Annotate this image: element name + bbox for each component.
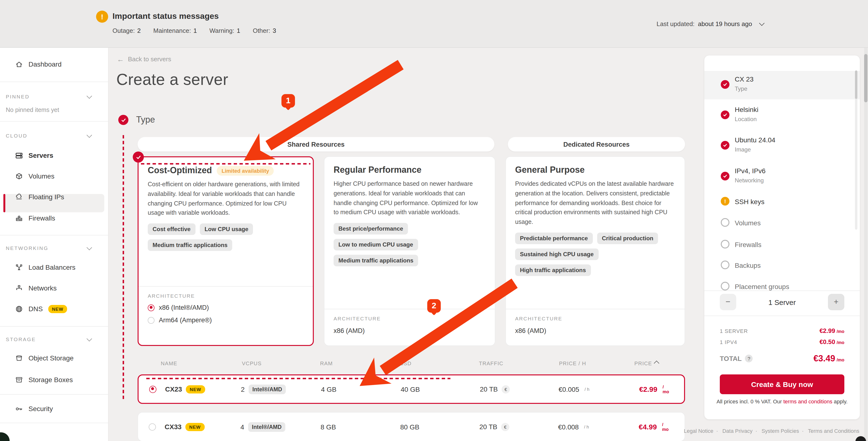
increase-server-count-button[interactable]: +: [828, 294, 844, 310]
sidebar-item-firewalls[interactable]: Firewalls: [0, 210, 108, 226]
terms-link[interactable]: terms and conditions: [783, 399, 832, 404]
sidebar-item-dns[interactable]: DNS NEW: [0, 301, 108, 317]
summary-step-volumes[interactable]: Volumes: [735, 219, 761, 227]
summary-step-type[interactable]: CX 23: [735, 75, 753, 83]
plan-traffic: 20 TB €: [480, 385, 510, 393]
tab-dedicated-resources[interactable]: Dedicated Resources: [508, 137, 685, 152]
summary-step-image[interactable]: Ubuntu 24.04: [735, 136, 775, 144]
col-header-price[interactable]: PRICE: [634, 360, 652, 366]
sidebar-item-volumes[interactable]: Volumes: [0, 168, 108, 184]
summary-step-networking[interactable]: IPv4, IPv6: [735, 167, 766, 175]
summary-step-placement-groups[interactable]: Placement groups: [735, 283, 789, 290]
col-header-price-h[interactable]: PRICE / H: [559, 360, 586, 366]
cloud-icon: [15, 193, 23, 201]
summary-step-backups[interactable]: Backups: [735, 261, 761, 269]
plan-name: CX33 NEW: [165, 423, 205, 431]
sidebar-item-floating-ips[interactable]: Floating IPs: [0, 189, 108, 205]
footer-link-terms[interactable]: Terms and Conditions: [808, 428, 859, 434]
table-row-cx33[interactable]: CX33 NEW 4 Intel®/AMD 8 GB 80 GB 20 TB €…: [137, 412, 685, 441]
network-icon: [15, 284, 23, 292]
architecture-value: x86 (AMD): [334, 327, 486, 334]
summary-step-firewalls[interactable]: Firewalls: [735, 241, 761, 249]
status-banner: ! Important status messages Outage:2 Mai…: [0, 0, 868, 48]
limited-availability-badge: Limited availability: [217, 166, 274, 176]
check-icon: [135, 154, 141, 160]
sidebar-header-pinned: PINNED: [6, 94, 30, 99]
sidebar-item-object-storage[interactable]: Object Storage: [0, 350, 108, 366]
tag: Medium traffic applications: [148, 239, 232, 251]
radio-selected-icon[interactable]: [149, 385, 156, 393]
sidebar-item-servers[interactable]: Servers: [0, 147, 108, 164]
back-to-servers-link[interactable]: ← Back to servers: [117, 55, 171, 63]
summary-step-location[interactable]: Helsinki: [735, 106, 758, 114]
chevron-down-icon[interactable]: [87, 132, 92, 138]
chevron-down-icon[interactable]: [87, 336, 92, 342]
sidebar-item-storage-boxes[interactable]: Storage Boxes: [0, 372, 108, 388]
sidebar-item-networks[interactable]: Networks: [0, 280, 108, 296]
architecture-section: ARCHITECTURE x86 (Intel®/AMD) Arm64 (Amp…: [138, 286, 313, 345]
sidebar-item-load-balancers[interactable]: Load Balancers: [0, 259, 108, 276]
line-item-server-label: 1 SERVER: [720, 328, 748, 334]
euro-icon[interactable]: €: [502, 385, 510, 393]
sidebar-item-dashboard[interactable]: Dashboard: [0, 56, 108, 72]
card-regular-performance[interactable]: Regular Performance Higher CPU performan…: [324, 156, 495, 346]
col-header-name[interactable]: NAME: [161, 360, 177, 366]
create-buy-now-button[interactable]: Create & Buy now: [720, 374, 844, 394]
divider: [0, 423, 108, 423]
radio-selected-icon[interactable]: [148, 304, 154, 311]
col-header-ssd[interactable]: SSD: [400, 360, 411, 366]
architecture-label: ARCHITECTURE: [334, 316, 486, 321]
plan-price-hourly: €0.005/ h: [559, 385, 589, 393]
banner-title: Important status messages: [113, 11, 219, 21]
radio-x86-intel-amd[interactable]: x86 (Intel®/AMD): [148, 304, 304, 311]
servers-icon: [15, 151, 23, 159]
footer-link-policies[interactable]: System Policies: [762, 428, 799, 434]
architecture-value: x86 (AMD): [515, 327, 675, 334]
footer-link-privacy[interactable]: Data Privacy: [722, 428, 753, 434]
col-header-ram[interactable]: RAM: [320, 360, 333, 366]
step-todo-icon: [721, 282, 730, 290]
radio-icon[interactable]: [149, 423, 156, 430]
col-header-vcpus[interactable]: VCPUS: [242, 360, 262, 366]
table-row-cx23[interactable]: CX23 NEW 2 Intel®/AMD 4 GB 40 GB 20 TB €…: [137, 374, 685, 404]
last-updated[interactable]: Last updated: about 19 hours ago: [656, 20, 764, 28]
plan-price-monthly: €2.99/ mo: [639, 384, 670, 394]
divider: [0, 394, 108, 395]
col-header-traffic[interactable]: TRAFFIC: [479, 360, 503, 366]
radio-icon[interactable]: [148, 317, 154, 323]
euro-icon[interactable]: €: [501, 423, 509, 431]
sidebar-header-networking: NETWORKING: [6, 245, 49, 251]
card-general-purpose[interactable]: General Purpose Provides dedicated vCPUs…: [505, 156, 685, 346]
sidebar-item-security[interactable]: Security: [0, 401, 108, 417]
footer-link-legal[interactable]: Legal Notice: [684, 428, 713, 434]
row-radio[interactable]: [149, 385, 156, 393]
card-tags: Cost effective Low CPU usage Medium traf…: [148, 223, 304, 251]
window-scrollbar-track[interactable]: [864, 48, 868, 441]
chevron-down-icon[interactable]: [87, 245, 92, 250]
help-icon[interactable]: ?: [745, 355, 753, 363]
chevron-down-icon[interactable]: [87, 93, 92, 99]
plan-ssd: 80 GB: [400, 423, 419, 431]
summary-panel: CX 23 Type Helsinki Location Ubuntu 24.0…: [704, 56, 860, 419]
radio-arm64-ampere[interactable]: Arm64 (Ampere®): [148, 317, 304, 324]
step-done-icon: [721, 141, 730, 150]
card-description: Higher CPU performance based on newer ha…: [334, 180, 484, 218]
row-radio[interactable]: [149, 423, 156, 430]
footer-links: Legal Notice· Data Privacy· System Polic…: [684, 428, 859, 434]
sort-asc-icon[interactable]: [654, 361, 659, 366]
plan-ram: 4 GB: [321, 385, 337, 393]
chevron-down-icon[interactable]: [759, 21, 765, 26]
tab-shared-resources[interactable]: Shared Resources: [137, 137, 494, 152]
plan-ram: 8 GB: [320, 423, 336, 431]
panel-scrollbar-thumb[interactable]: [855, 70, 857, 99]
load-balancer-icon: [15, 263, 23, 272]
card-cost-optimized[interactable]: Cost-Optimized Limited availability Cost…: [137, 156, 314, 346]
card-description: Provides dedicated vCPUs on the latest a…: [515, 180, 674, 227]
summary-step-ssh-keys[interactable]: SSH keys: [735, 198, 765, 206]
check-icon: [120, 117, 126, 123]
card-description: Cost-efficient on older hardware generat…: [148, 180, 301, 218]
window-scrollbar-thumb[interactable]: [864, 54, 868, 102]
plan-traffic: 20 TB €: [479, 423, 509, 431]
card-tags: Predictable performance Critical product…: [515, 232, 674, 276]
pinned-empty-text: No pinned items yet: [6, 107, 59, 114]
